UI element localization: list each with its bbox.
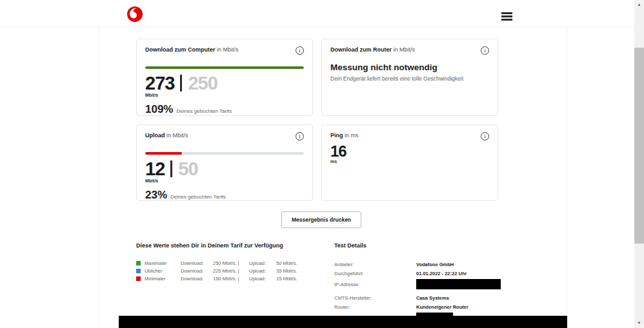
info-icon[interactable]: i (481, 46, 489, 55)
router-message-headline: Messung nicht notwendig (330, 63, 489, 72)
card-title: Download zum Router in Mbit/s (330, 46, 415, 53)
unit-label: Mbit/s (145, 93, 304, 97)
vertical-scrollbar[interactable]: ▲ ▼ (634, 0, 644, 328)
print-result-button[interactable]: Messergebnis drucken (281, 211, 361, 228)
info-icon[interactable]: i (481, 132, 489, 140)
redacted-ip-value (416, 279, 501, 289)
tariff-value: 50 (178, 160, 197, 178)
content-right-edge (567, 27, 567, 328)
router-message-subline: Dein Endgerät liefert bereits eine tolle… (330, 75, 489, 82)
detail-row-durchgefuehrt: Durchgeführt: 01.01.2022 - 22:22 Uhr (334, 269, 508, 278)
download-computer-bar (145, 66, 304, 69)
card-download-computer: Download zum Computer in Mbit/s i 273 25… (136, 39, 313, 116)
tariff-section: Diese Werte stehen Dir in Deinem Tarif z… (136, 242, 317, 284)
tariff-legend: Maximaler Download: 250 Mbit/s. | Upload… (136, 260, 317, 282)
red-swatch-icon (136, 276, 141, 281)
hamburger-menu-icon[interactable] (501, 12, 512, 21)
speedtest-results-page: Download zum Computer in Mbit/s i 273 25… (0, 0, 644, 328)
tariff-heading: Diese Werte stehen Dir in Deinem Tarif z… (136, 242, 317, 249)
percent-value: 109% (145, 103, 173, 116)
unit-label: ms (330, 159, 489, 164)
ping-value: 16 (330, 144, 489, 159)
upload-values: 12 50 (145, 160, 304, 178)
green-swatch-icon (136, 261, 141, 265)
card-title: Download zum Computer in Mbit/s (145, 46, 239, 53)
legend-row-minimal: Minimaler Download: 150 Mbit/s. | Upload… (136, 276, 317, 282)
blue-swatch-icon (136, 269, 141, 273)
card-title: Upload in Mbit/s (145, 132, 188, 139)
upload-bar (145, 152, 304, 155)
info-icon[interactable]: i (296, 132, 304, 140)
percent-label: Deines gebuchten Tarifs (170, 194, 226, 200)
info-icon[interactable]: i (296, 46, 304, 55)
card-download-router: Download zum Router in Mbit/s i Messung … (321, 39, 498, 116)
test-details-heading: Test Details (334, 242, 508, 249)
value-divider (180, 75, 182, 92)
app-header (0, 0, 634, 27)
measured-value: 273 (145, 74, 174, 92)
content-left-edge (99, 27, 99, 328)
percent-value: 23% (145, 189, 167, 202)
value-divider (170, 160, 172, 177)
legend-row-maximal: Maximaler Download: 250 Mbit/s. | Upload… (136, 260, 317, 266)
detail-row-ip-adresse: IP-Adresse: (334, 278, 508, 290)
vodafone-logo-icon[interactable] (127, 6, 143, 22)
unit-label: Mbit/s (145, 178, 304, 183)
percent-label: Deines gebuchten Tarifs (176, 108, 232, 114)
card-ping: Ping in ms i 16 ms (321, 124, 498, 201)
detail-row-router: Router: Kundeneigener Router (334, 303, 508, 311)
download-computer-values: 273 250 (145, 74, 304, 92)
legend-row-ueblich: Üblicher Download: 225 Mbit/s. | Upload:… (136, 268, 317, 274)
card-title: Ping in ms (330, 132, 359, 139)
card-upload: Upload in Mbit/s i 12 50 Mbit/s 23% Dein… (136, 124, 313, 201)
redacted-footer-bar (119, 316, 567, 328)
measured-value: 12 (145, 160, 165, 178)
tariff-value: 250 (188, 74, 217, 92)
scroll-up-icon[interactable]: ▲ (634, 0, 644, 10)
scroll-down-icon[interactable]: ▼ (634, 318, 644, 328)
test-details-section: Test Details Anbieter: Vodafone GmbH Dur… (334, 242, 508, 323)
detail-row-cmts: CMTS-Hersteller: Casa Systems (334, 294, 508, 302)
scrollbar-thumb[interactable] (634, 48, 644, 244)
detail-row-anbieter: Anbieter: Vodafone GmbH (334, 260, 508, 269)
